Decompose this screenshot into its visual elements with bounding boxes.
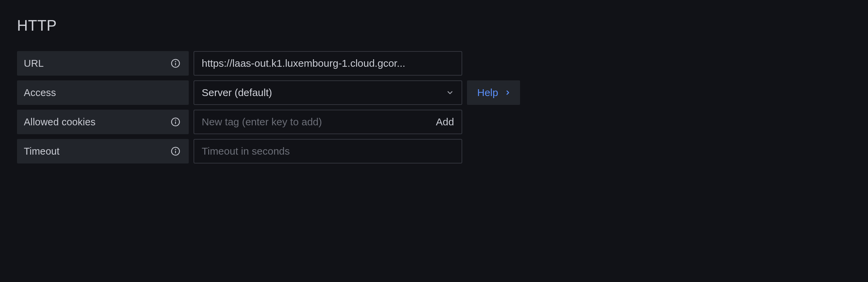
- svg-point-2: [175, 61, 176, 62]
- access-select[interactable]: Server (default): [194, 80, 462, 105]
- allowed-cookies-input[interactable]: [202, 116, 436, 128]
- allowed-cookies-input-cell[interactable]: Add: [194, 110, 462, 134]
- timeout-input[interactable]: [202, 145, 454, 157]
- allowed-cookies-label: Allowed cookies: [24, 116, 96, 128]
- section-title: HTTP: [17, 17, 851, 34]
- timeout-input-cell[interactable]: [194, 139, 462, 163]
- info-icon[interactable]: [170, 146, 181, 156]
- svg-point-6: [175, 120, 176, 120]
- access-label-cell: Access: [17, 80, 189, 105]
- access-select-value: Server (default): [202, 87, 272, 98]
- help-button[interactable]: Help: [467, 80, 520, 105]
- chevron-down-icon: [446, 89, 454, 97]
- access-row: Access Server (default) Help: [17, 80, 851, 105]
- timeout-label: Timeout: [24, 146, 60, 157]
- http-section: HTTP URL Access: [17, 17, 851, 163]
- chevron-right-icon: [504, 89, 511, 96]
- svg-point-9: [175, 149, 176, 150]
- info-icon[interactable]: [170, 58, 181, 68]
- access-label: Access: [24, 87, 56, 98]
- url-input-cell[interactable]: [194, 51, 462, 76]
- timeout-row: Timeout: [17, 139, 851, 163]
- url-label: URL: [24, 58, 44, 69]
- allowed-cookies-row: Allowed cookies Add: [17, 110, 851, 134]
- help-label: Help: [477, 87, 498, 98]
- add-tag-button[interactable]: Add: [436, 116, 454, 128]
- allowed-cookies-label-cell: Allowed cookies: [17, 110, 189, 134]
- info-icon[interactable]: [170, 117, 181, 127]
- url-label-cell: URL: [17, 51, 189, 76]
- url-input[interactable]: [202, 58, 454, 69]
- url-row: URL: [17, 51, 851, 76]
- timeout-label-cell: Timeout: [17, 139, 189, 163]
